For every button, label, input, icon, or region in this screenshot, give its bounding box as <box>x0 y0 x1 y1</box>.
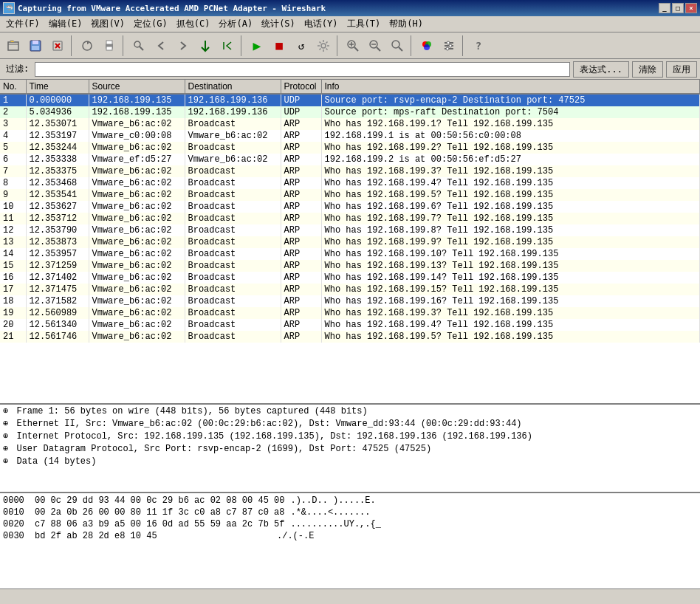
table-row[interactable]: 2112.561746Vmware_b6:ac:02BroadcastARPWh… <box>0 331 700 343</box>
table-row[interactable]: 2012.561340Vmware_b6:ac:02BroadcastARPWh… <box>0 319 700 331</box>
menu-item-menu-stats[interactable]: 统计(S) <box>257 16 300 32</box>
packet-detail[interactable]: ⊕ Frame 1: 56 bytes on wire (448 bits), … <box>0 405 700 493</box>
expand-icon[interactable]: ⊕ <box>3 431 13 442</box>
table-row[interactable]: 25.034936192.168.199.135192.168.199.136U… <box>0 106 700 118</box>
menu-item-menu-go[interactable]: 定位(G) <box>129 16 172 32</box>
reload-button[interactable] <box>77 35 97 56</box>
table-row[interactable]: 412.353197Vmware_c0:00:08Vmware_b6:ac:02… <box>0 130 700 142</box>
table-row[interactable]: 1212.353790Vmware_b6:ac:02BroadcastARPWh… <box>0 224 700 236</box>
table-row[interactable]: 1912.560989Vmware_b6:ac:02BroadcastARPWh… <box>0 307 700 319</box>
go-back-button[interactable] <box>151 35 171 56</box>
go-forward-button[interactable] <box>173 35 193 56</box>
menu-item-menu-tools[interactable]: 工具(T) <box>343 16 385 32</box>
open-button[interactable] <box>3 35 24 56</box>
table-row[interactable]: 1112.353712Vmware_b6:ac:02BroadcastARPWh… <box>0 213 700 224</box>
table-row[interactable]: 1712.371475Vmware_b6:ac:02BroadcastARPWh… <box>0 284 700 295</box>
cell-1: 12.353468 <box>26 177 89 189</box>
print-button[interactable] <box>99 35 120 56</box>
help-button[interactable]: ? <box>468 35 489 56</box>
close-button[interactable]: × <box>685 3 697 13</box>
cell-0: 16 <box>0 272 26 284</box>
filter-expression-button[interactable]: 表达式... <box>573 61 629 78</box>
cell-2: Vmware_b6:ac:02 <box>89 272 185 284</box>
cell-3: Broadcast <box>185 201 281 213</box>
cell-3: Vmware_b6:ac:02 <box>185 130 281 142</box>
col-header-info[interactable]: Info <box>321 80 700 94</box>
cell-4: ARP <box>281 236 321 248</box>
filter-apply-button[interactable]: 应用 <box>666 61 697 78</box>
svg-line-15 <box>354 47 358 51</box>
find-button[interactable] <box>128 35 149 56</box>
detail-item[interactable]: ⊕ Frame 1: 56 bytes on wire (448 bits), … <box>0 405 700 417</box>
window-controls[interactable]: _ □ × <box>659 3 697 13</box>
table-row[interactable]: 1512.371259Vmware_b6:ac:02BroadcastARPWh… <box>0 260 700 272</box>
detail-item[interactable]: ⊕ Data (14 bytes) <box>0 455 700 467</box>
menu-item-menu-file[interactable]: 文件(F) <box>1 16 44 32</box>
svg-rect-3 <box>32 46 39 50</box>
table-row[interactable]: 712.353375Vmware_b6:ac:02BroadcastARPWho… <box>0 165 700 177</box>
save-button[interactable] <box>25 35 46 56</box>
filter-input[interactable] <box>35 62 570 77</box>
expand-icon[interactable]: ⊕ <box>3 419 13 429</box>
expand-icon[interactable]: ⊕ <box>3 456 13 467</box>
table-row[interactable]: 912.353541Vmware_b6:ac:02BroadcastARPWho… <box>0 189 700 201</box>
table-row[interactable]: 512.353244Vmware_b6:ac:02BroadcastARPWho… <box>0 142 700 154</box>
hex-bytes: 00 0c 29 dd 93 44 00 0c 29 b6 ac 02 08 0… <box>35 495 284 507</box>
hex-dump[interactable]: 000000 0c 29 dd 93 44 00 0c 29 b6 ac 02 … <box>0 493 700 589</box>
gap-area <box>0 589 700 604</box>
table-row[interactable]: 612.353338Vmware_ef:d5:27Vmware_b6:ac:02… <box>0 154 700 165</box>
colorize-button[interactable] <box>416 35 437 56</box>
minimize-button[interactable]: _ <box>659 3 670 13</box>
svg-line-19 <box>377 47 380 51</box>
expand-icon[interactable]: ⊕ <box>3 444 13 454</box>
cell-2: Vmware_b6:ac:02 <box>89 201 185 213</box>
packet-list[interactable]: No. Time Source Destination Protocol Inf… <box>0 80 700 405</box>
capture-restart-button[interactable]: ↺ <box>291 35 312 56</box>
expand-icon[interactable]: ⊕ <box>3 406 13 416</box>
capture-start-button[interactable]: ▶ <box>247 35 267 56</box>
cell-0: 21 <box>0 331 26 343</box>
cell-4: ARP <box>281 165 321 177</box>
preferences-button[interactable] <box>439 35 459 56</box>
col-header-proto[interactable]: Protocol <box>281 80 321 94</box>
table-row[interactable]: 1012.353627Vmware_b6:ac:02BroadcastARPWh… <box>0 201 700 213</box>
hex-bytes: 00 2a 0b 26 00 00 80 11 1f 3c c0 a8 c7 8… <box>35 507 284 518</box>
zoom-reset-button[interactable] <box>387 35 408 56</box>
menu-item-menu-analyze[interactable]: 分析(A) <box>214 16 257 32</box>
menu-item-menu-phone[interactable]: 电话(Y) <box>300 16 343 32</box>
close-capture-button[interactable] <box>47 35 68 56</box>
table-row[interactable]: 812.353468Vmware_b6:ac:02BroadcastARPWho… <box>0 177 700 189</box>
col-header-src[interactable]: Source <box>89 80 185 94</box>
cell-5: Who has 192.168.199.10? Tell 192.168.199… <box>321 248 700 260</box>
menu-item-menu-edit[interactable]: 编辑(E) <box>44 16 87 32</box>
detail-item[interactable]: ⊕ Ethernet II, Src: Vmware_b6:ac:02 (00:… <box>0 417 700 430</box>
table-row[interactable]: 10.000000192.168.199.135192.168.199.136U… <box>0 94 700 106</box>
menu-item-menu-view[interactable]: 视图(V) <box>86 16 129 32</box>
capture-stop-button[interactable]: ■ <box>269 35 289 56</box>
zoom-out-button[interactable] <box>365 35 385 56</box>
go-to-button[interactable] <box>195 35 216 56</box>
cell-1: 12.353244 <box>26 142 89 154</box>
zoom-in-button[interactable] <box>343 35 363 56</box>
cell-4: ARP <box>281 201 321 213</box>
cell-2: Vmware_ef:d5:27 <box>89 154 185 165</box>
filter-clear-button[interactable]: 清除 <box>632 61 663 78</box>
table-row[interactable]: 1312.353873Vmware_b6:ac:02BroadcastARPWh… <box>0 236 700 248</box>
cell-0: 5 <box>0 142 26 154</box>
menu-item-menu-help[interactable]: 帮助(H) <box>385 16 428 32</box>
detail-item[interactable]: ⊕ User Datagram Protocol, Src Port: rsvp… <box>0 442 700 455</box>
go-first-button[interactable] <box>217 35 238 56</box>
menu-item-menu-capture[interactable]: 抓包(C) <box>172 16 215 32</box>
table-row[interactable]: 1812.371582Vmware_b6:ac:02BroadcastARPWh… <box>0 295 700 307</box>
table-row[interactable]: 1612.371402Vmware_b6:ac:02BroadcastARPWh… <box>0 272 700 284</box>
capture-options-button[interactable] <box>313 35 334 56</box>
detail-item[interactable]: ⊕ Internet Protocol, Src: 192.168.199.13… <box>0 430 700 442</box>
col-header-dst[interactable]: Destination <box>185 80 281 94</box>
col-header-time[interactable]: Time <box>26 80 89 94</box>
cell-1: 12.353541 <box>26 189 89 201</box>
maximize-button[interactable]: □ <box>672 3 684 13</box>
table-row[interactable]: 312.353071Vmware_b6:ac:02BroadcastARPWho… <box>0 118 700 130</box>
table-row[interactable]: 1412.353957Vmware_b6:ac:02BroadcastARPWh… <box>0 248 700 260</box>
cell-2: Vmware_b6:ac:02 <box>89 177 185 189</box>
col-header-no[interactable]: No. <box>0 80 26 94</box>
